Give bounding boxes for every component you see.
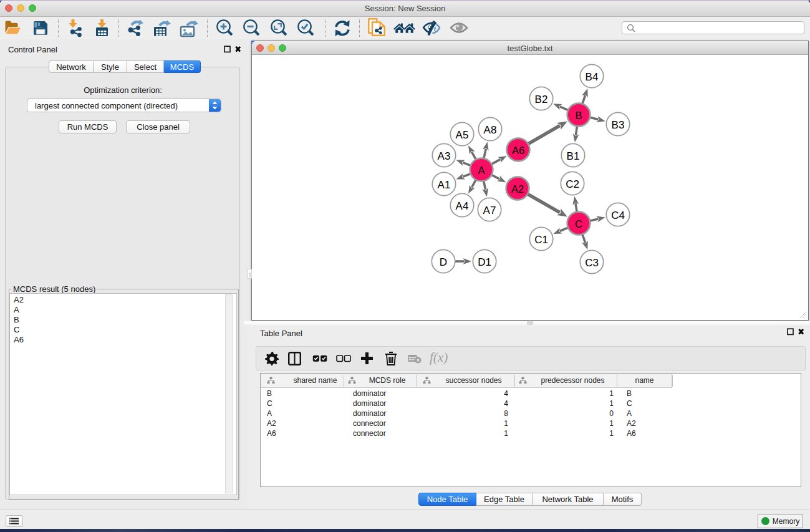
svg-text:B: B — [575, 110, 582, 121]
svg-text:B1: B1 — [567, 150, 580, 162]
svg-text:C1: C1 — [534, 234, 548, 246]
svg-text:A4: A4 — [456, 200, 469, 212]
svg-text:D: D — [440, 256, 447, 268]
svg-text:D1: D1 — [478, 256, 491, 268]
svg-text:A: A — [478, 165, 485, 176]
svg-text:B2: B2 — [535, 94, 548, 105]
svg-text:B4: B4 — [586, 71, 599, 83]
svg-text:C2: C2 — [566, 178, 579, 190]
svg-text:C3: C3 — [585, 257, 599, 269]
svg-text:A3: A3 — [438, 150, 451, 162]
svg-text:A5: A5 — [456, 129, 469, 141]
svg-text:A8: A8 — [484, 124, 497, 136]
svg-text:A2: A2 — [511, 183, 524, 195]
svg-text:B3: B3 — [612, 119, 625, 131]
svg-text:A6: A6 — [512, 145, 524, 156]
svg-text:A7: A7 — [483, 205, 496, 216]
svg-text:C4: C4 — [611, 210, 625, 221]
svg-text:A1: A1 — [438, 179, 451, 191]
svg-text:C: C — [575, 218, 582, 230]
